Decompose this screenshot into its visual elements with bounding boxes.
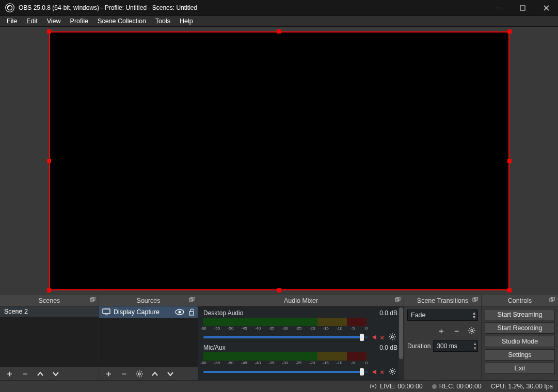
start-recording-button[interactable]: Start Recording (485, 322, 555, 334)
resize-handle-bm[interactable] (277, 288, 281, 292)
updown-icon: ▴▾ (473, 311, 475, 319)
source-item-label: Display Capture (114, 308, 160, 316)
preview-area[interactable] (0, 27, 558, 295)
source-properties-button[interactable] (133, 368, 146, 380)
mixer-body: Desktop Audio0.0 dB -60-55-50-45-40-35-3… (198, 306, 404, 380)
close-button[interactable] (534, 0, 558, 15)
menu-file[interactable]: File (3, 17, 21, 25)
svg-rect-11 (103, 309, 110, 314)
sources-popout-icon[interactable] (187, 296, 196, 304)
sources-header: Sources (99, 295, 198, 306)
add-source-button[interactable]: ＋ (102, 368, 115, 380)
remove-scene-button[interactable]: － (19, 368, 31, 380)
sources-list[interactable]: Display Capture (99, 306, 198, 367)
svg-rect-15 (189, 312, 194, 315)
transition-selected: Fade (411, 312, 426, 319)
lock-toggle-icon[interactable] (188, 308, 195, 316)
add-scene-button[interactable]: ＋ (3, 368, 15, 380)
menu-view[interactable]: View (43, 17, 65, 25)
maximize-button[interactable] (511, 0, 534, 15)
remove-transition-button[interactable]: － (450, 325, 463, 336)
preview-canvas[interactable] (49, 31, 509, 290)
menu-help[interactable]: Help (176, 17, 197, 25)
transition-settings-button[interactable] (466, 325, 478, 336)
menubar: File Edit View Profile Scene Collection … (0, 15, 558, 27)
source-item[interactable]: Display Capture (99, 306, 198, 318)
mixer-popout-icon[interactable] (393, 296, 402, 304)
remove-source-button[interactable]: － (118, 368, 130, 380)
menu-profile[interactable]: Profile (67, 17, 92, 25)
menu-scene-collection[interactable]: Scene Collection (94, 17, 150, 25)
channel-settings-button[interactable] (388, 367, 397, 377)
settings-button[interactable]: Settings (485, 349, 555, 361)
duration-input[interactable]: 300 ms ▴▾ (433, 340, 478, 352)
source-down-button[interactable] (164, 368, 177, 380)
scene-up-button[interactable] (34, 368, 46, 380)
volume-slider[interactable] (203, 336, 368, 338)
mixer-scrollbar[interactable] (398, 306, 404, 380)
meter-ticks: -60-55-50-45-40-35-30-25-20-15-10-50 (203, 326, 366, 331)
sources-title: Sources (137, 297, 161, 304)
start-streaming-button[interactable]: Start Streaming (485, 309, 555, 320)
spinner-updown-icon[interactable]: ▴▾ (474, 341, 476, 351)
studio-mode-button[interactable]: Studio Mode (485, 336, 555, 347)
volume-slider[interactable] (203, 371, 368, 373)
controls-dock: Controls Start Streaming Start Recording… (482, 295, 558, 380)
svg-point-23 (471, 330, 473, 332)
exit-button[interactable]: Exit (485, 363, 555, 374)
transition-select[interactable]: Fade ▴▾ (407, 309, 478, 321)
duration-value: 300 ms (437, 342, 457, 350)
menu-edit[interactable]: Edit (23, 17, 41, 25)
svg-point-2 (8, 6, 10, 8)
live-status: LIVE: 00:00:00 (369, 383, 423, 390)
channel-name: Desktop Audio (203, 309, 243, 317)
svg-point-16 (138, 373, 140, 375)
sources-dock: Sources Display Capture ＋ － (99, 295, 198, 380)
resize-handle-tr[interactable] (507, 29, 512, 34)
slider-thumb[interactable] (360, 368, 364, 375)
titlebar: OBS 25.0.8 (64-bit, windows) - Profile: … (0, 0, 558, 15)
mute-button[interactable]: × (372, 334, 384, 341)
controls-popout-icon[interactable] (548, 296, 556, 304)
mixer-title: Audio Mixer (284, 297, 318, 304)
selection-border (49, 31, 509, 290)
svg-point-20 (391, 370, 393, 372)
resize-handle-tl[interactable] (47, 29, 51, 34)
obs-logo-icon (5, 3, 14, 12)
channel-name: Mic/Aux (203, 344, 226, 351)
scenes-popout-icon[interactable] (88, 296, 97, 304)
transitions-header: Scene Transitions (404, 295, 481, 306)
slider-thumb[interactable] (360, 334, 364, 341)
mixer-header: Audio Mixer (198, 295, 404, 306)
menu-tools[interactable]: Tools (152, 17, 174, 25)
visibility-toggle-icon[interactable] (175, 308, 184, 316)
source-up-button[interactable] (149, 368, 161, 380)
scene-down-button[interactable] (50, 368, 62, 380)
channel-level: 0.0 dB (379, 309, 397, 317)
transitions-popout-icon[interactable] (471, 296, 479, 304)
window-title: OBS 25.0.8 (64-bit, windows) - Profile: … (19, 4, 487, 11)
resize-handle-bl[interactable] (47, 288, 51, 292)
statusbar: LIVE: 00:00:00 REC: 00:00:00 CPU: 1.2%, … (0, 380, 558, 392)
audio-meter (203, 352, 366, 361)
scene-transitions-dock: Scene Transitions Fade ▴▾ ＋ － Duration 3… (404, 295, 482, 380)
svg-point-26 (372, 385, 374, 387)
scene-item[interactable]: Scene 2 (0, 306, 99, 317)
scenes-dock: Scenes Scene 2 ＋ － (0, 295, 99, 380)
scenes-list[interactable]: Scene 2 (0, 306, 99, 367)
controls-header: Controls (482, 295, 558, 306)
minimize-button[interactable] (487, 0, 511, 15)
meter-ticks: -60-55-50-45-40-35-30-25-20-15-10-50 (203, 361, 366, 365)
add-transition-button[interactable]: ＋ (435, 325, 447, 336)
scenes-header: Scenes (0, 295, 99, 306)
cpu-status: CPU: 1.2%, 30.00 fps (491, 383, 553, 390)
resize-handle-tm[interactable] (277, 29, 281, 34)
resize-handle-mr[interactable] (507, 159, 512, 163)
mute-button[interactable]: × (372, 368, 384, 376)
svg-rect-4 (520, 6, 525, 10)
transitions-title: Scene Transitions (417, 297, 468, 304)
resize-handle-br[interactable] (507, 288, 512, 292)
resize-handle-ml[interactable] (47, 159, 51, 163)
audio-mixer-dock: Audio Mixer Desktop Audio0.0 dB -60-55-5… (198, 295, 404, 380)
channel-settings-button[interactable] (388, 333, 397, 342)
